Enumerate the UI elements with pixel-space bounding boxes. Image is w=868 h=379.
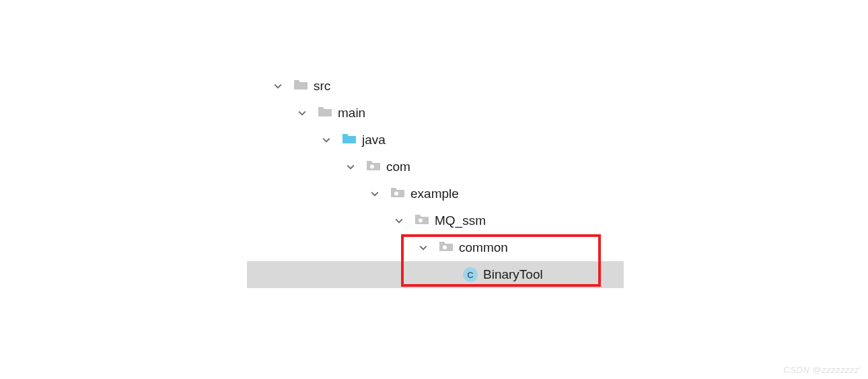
tree-label: example [410, 186, 459, 201]
watermark-text: CSDN @zzzzzzzz' [783, 365, 861, 375]
tree-label: MQ_ssm [435, 213, 486, 228]
chevron-down-icon[interactable] [393, 215, 405, 227]
tree-row-com[interactable]: com [247, 153, 624, 180]
svg-point-3 [443, 245, 447, 249]
folder-icon [318, 106, 332, 121]
tree-label: main [338, 106, 365, 120]
folder-icon [293, 79, 308, 94]
tree-row-src[interactable]: src [247, 73, 624, 100]
chevron-down-icon[interactable] [417, 242, 429, 254]
tree-row-example[interactable]: example [247, 180, 624, 207]
tree-row-common[interactable]: common [247, 234, 624, 261]
source-folder-icon [342, 133, 357, 148]
tree-label: java [362, 133, 386, 147]
tree-label: common [459, 240, 508, 255]
tree-label: com [386, 160, 410, 174]
class-icon: C [463, 267, 478, 282]
tree-row-main[interactable]: main [247, 100, 624, 127]
chevron-down-icon[interactable] [369, 188, 381, 200]
tree-row-mqssm[interactable]: MQ_ssm [247, 207, 624, 234]
tree-row-binarytool[interactable]: C BinaryTool [247, 261, 624, 288]
package-icon [414, 213, 429, 229]
package-icon [439, 240, 454, 256]
chevron-down-icon[interactable] [320, 134, 332, 146]
chevron-down-icon[interactable] [272, 80, 284, 92]
project-tree: src main java [247, 73, 624, 288]
tree-label: BinaryTool [483, 267, 543, 282]
chevron-down-icon[interactable] [296, 107, 308, 119]
svg-point-1 [394, 191, 398, 195]
tree-label: src [314, 79, 330, 94]
package-icon [390, 186, 405, 202]
svg-point-0 [370, 164, 374, 168]
svg-point-2 [419, 218, 423, 222]
package-icon [366, 160, 381, 175]
tree-row-java[interactable]: java [247, 127, 624, 153]
chevron-down-icon[interactable] [345, 161, 357, 173]
